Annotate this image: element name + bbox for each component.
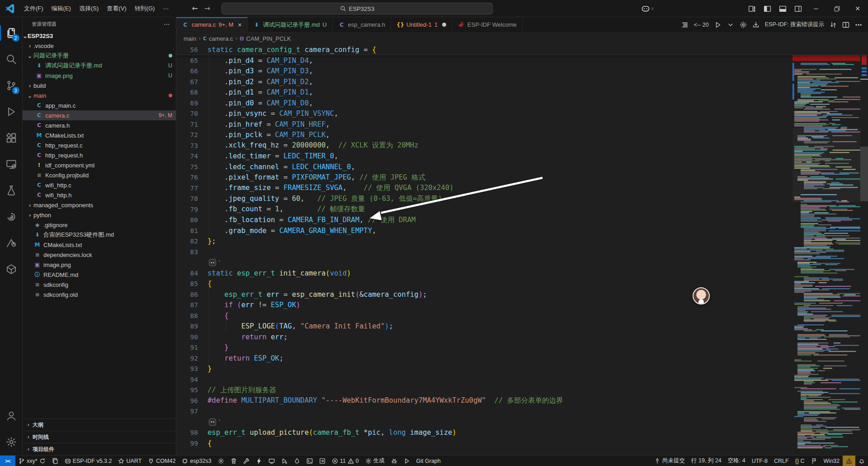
tree-item-合宙的ESP32S3硬件图.md[interactable]: ⬇合宙的ESP32S3硬件图.md xyxy=(23,230,176,240)
tree-item-http_request.h[interactable]: Chttp_request.h xyxy=(23,150,176,160)
install-icon[interactable] xyxy=(750,19,762,31)
code-line-66[interactable]: 66 .pin_d3 = CAM_PIN_D3, xyxy=(176,66,868,77)
activity-cube-icon[interactable] xyxy=(0,256,23,282)
code-line-95[interactable]: 95// 上传图片到服务器 xyxy=(176,385,868,396)
status-空格: 4[interactable]: 空格: 4 xyxy=(725,456,749,466)
code-line-92[interactable]: 92 return ESP_OK; xyxy=(176,353,868,364)
tree-item-dependencies.lock[interactable]: ≡dependencies.lock xyxy=(23,250,176,260)
minimize-button[interactable]: ─ xyxy=(806,0,826,17)
command-center-search[interactable]: ESP32S3 xyxy=(222,3,493,14)
code-line-69[interactable]: 69 .pin_d0 = CAM_PIN_D0, xyxy=(176,98,868,109)
status-play-icon[interactable] xyxy=(401,456,413,466)
code-line-90[interactable]: 90 return err; xyxy=(176,332,868,342)
tree-item-camera.h[interactable]: Ccamera.h xyxy=(23,120,176,130)
menu-编辑[interactable]: 编辑(E) xyxy=(47,3,75,14)
tree-item-README.md[interactable]: ⓘREADME.md xyxy=(23,270,176,280)
nav-back-icon[interactable]: ← xyxy=(192,4,198,13)
listtree-icon[interactable] xyxy=(679,19,691,31)
status-branch-icon[interactable]: xxy* xyxy=(15,456,49,466)
code-line-88[interactable]: 88 { xyxy=(176,310,868,321)
code-line-87[interactable]: 87 if (err != ESP_OK) xyxy=(176,300,868,311)
action-ESP-IDF: 搜索错误提示[interactable]: ESP-IDF: 搜索错误提示 xyxy=(763,19,826,31)
tree-item-http_request.c[interactable]: Chttp_request.c xyxy=(23,140,176,150)
tab-camera.c[interactable]: Ccamera.c9+, M× xyxy=(176,17,248,33)
toggle-sidebar-icon[interactable] xyxy=(760,0,775,17)
status-debug-start-icon[interactable] xyxy=(278,456,291,466)
action-<-- 20[interactable]: <-- 20 xyxy=(692,19,711,31)
tree-item-sdkconfig.old[interactable]: ≡sdkconfig.old xyxy=(23,290,176,300)
code-line-99[interactable]: 99{ xyxy=(176,438,868,449)
activity-run-debug-icon[interactable] xyxy=(0,99,23,125)
code-line-89[interactable]: 89 ESP_LOGE(TAG, "Camera Init Failed"); xyxy=(176,321,868,332)
run-icon[interactable] xyxy=(712,19,724,31)
tree-item-Kconfig.projbuild[interactable]: ≡Kconfig.projbuild xyxy=(23,170,176,180)
activity-test-beaker-icon[interactable] xyxy=(0,177,23,204)
activity-extensions-icon[interactable] xyxy=(0,125,23,151)
status-Git Graph[interactable]: Git Graph xyxy=(413,456,444,466)
tree-root-esp32s3[interactable]: ⌄ ESP32S3 xyxy=(23,31,176,41)
tree-item-build[interactable]: ›build xyxy=(23,81,176,90)
tree-item-main[interactable]: ⌄main xyxy=(23,90,176,100)
code-line-83[interactable]: 83 xyxy=(176,247,868,257)
status-gear-icon[interactable]: 生成 xyxy=(362,456,388,466)
scrollbar[interactable] xyxy=(860,44,868,455)
tree-item-camera.c[interactable]: Ccamera.c9+, M xyxy=(23,110,176,120)
gear-icon[interactable] xyxy=(737,19,749,31)
status-error-icon[interactable]: 110 xyxy=(329,456,362,466)
status-flag-icon[interactable] xyxy=(808,456,821,466)
menu-查看[interactable]: 查看(V) xyxy=(103,3,130,14)
breadcrumb-item-CAM_PIN_PCLK[interactable]: CAM_PIN_PCLK xyxy=(246,35,291,42)
status-octo-icon[interactable]: ESP-IDF v5.3.2 xyxy=(61,456,115,466)
more-icon[interactable] xyxy=(853,19,864,31)
sidebar-panel-时间线[interactable]: ›时间线 xyxy=(23,431,176,443)
status-import-icon[interactable] xyxy=(316,456,329,466)
code-line-94[interactable]: 94 xyxy=(176,374,868,385)
status-Win32[interactable]: Win32 xyxy=(821,456,843,466)
tree-item-CMakeLists.txt[interactable]: MCMakeLists.txt xyxy=(23,240,176,250)
tree-item-managed_components[interactable]: ›managed_components xyxy=(23,200,176,210)
status-terminal-icon[interactable] xyxy=(303,456,316,466)
code-line-93[interactable]: 93} xyxy=(176,364,868,375)
chevdown-icon[interactable] xyxy=(725,19,736,31)
sidebar-panel-项目组件[interactable]: ›项目组件 xyxy=(23,443,176,455)
activity-account-icon[interactable] xyxy=(0,403,23,429)
tab-esp_camera.h[interactable]: Cesp_camera.h xyxy=(333,17,391,32)
activity-tools-triangle-icon[interactable] xyxy=(0,230,23,256)
code-line-72[interactable]: 72 .pin_pclk = CAM_PIN_PCLK, xyxy=(176,130,868,141)
code-line-56[interactable]: 56static camera_config_t camera_config =… xyxy=(176,44,376,55)
tab-调试问题记录手册.md[interactable]: ⬇调试问题记录手册.mdU xyxy=(248,17,333,32)
customize-layout-icon[interactable] xyxy=(744,0,760,17)
code-line-84[interactable]: 84static esp_err_t init_camera(void) xyxy=(176,268,868,279)
splitpanel-icon[interactable] xyxy=(840,19,852,31)
tree-item-.vscode[interactable]: ›.vscode xyxy=(23,41,176,51)
status-plug-icon[interactable]: COM42 xyxy=(145,456,179,466)
code-line-91[interactable]: 91 } xyxy=(176,342,868,353)
code-line-82[interactable]: 82}; xyxy=(176,236,868,247)
breadcrumb-item-main[interactable]: main xyxy=(184,35,196,42)
status-zap-icon[interactable] xyxy=(253,456,265,466)
code-line-79[interactable]: 79 .fb_count = 1, // 帧缓存数量 xyxy=(176,204,868,215)
code-editor[interactable]: 56static camera_config_t camera_config =… xyxy=(176,44,868,455)
code-line-76[interactable]: 76 .pixel_format = PIXFORMAT_JPEG, // 使用… xyxy=(176,172,868,183)
copilot-inline-widget[interactable]: ˅ xyxy=(176,417,868,428)
toggle-panel-icon[interactable] xyxy=(775,0,790,17)
tree-item-问题记录手册[interactable]: ⌄问题记录手册 xyxy=(23,51,176,61)
restore-button[interactable] xyxy=(826,0,847,17)
tree-item-wifi_http.h[interactable]: Cwifi_http.h xyxy=(23,190,176,200)
code-line-78[interactable]: 78 .jpeg_quality = 60, // JPEG 质量 (0-63,… xyxy=(176,194,868,204)
code-line-67[interactable]: 67 .pin_d2 = CAM_PIN_D2, xyxy=(176,76,868,87)
status-star-icon[interactable]: UART xyxy=(115,456,145,466)
close-icon[interactable]: × xyxy=(238,21,241,29)
code-line-70[interactable]: 70 .pin_vsync = CAM_PIN_VSYNC, xyxy=(176,109,868,119)
activity-search-icon[interactable] xyxy=(0,46,23,72)
code-line-71[interactable]: 71 .pin_href = CAM_PIN_HREF, xyxy=(176,119,868,130)
tree-item-CMakeLists.txt[interactable]: MCMakeLists.txt xyxy=(23,130,176,140)
sidebar-panel-大纲[interactable]: ›大纲 xyxy=(23,418,176,431)
status-trash-icon[interactable] xyxy=(227,456,240,466)
activity-explorer-icon[interactable]: 2 xyxy=(0,20,23,46)
code-line-74[interactable]: 74 .ledc_timer = LEDC_TIMER_0, xyxy=(176,151,868,162)
copilot-button[interactable]: ˅ xyxy=(641,4,654,13)
avatar[interactable] xyxy=(693,287,710,304)
breadcrumb[interactable]: main›Ccamera.c›⊟CAM_PIN_PCLK xyxy=(176,33,868,44)
activity-remote-explorer-icon[interactable] xyxy=(0,151,23,177)
